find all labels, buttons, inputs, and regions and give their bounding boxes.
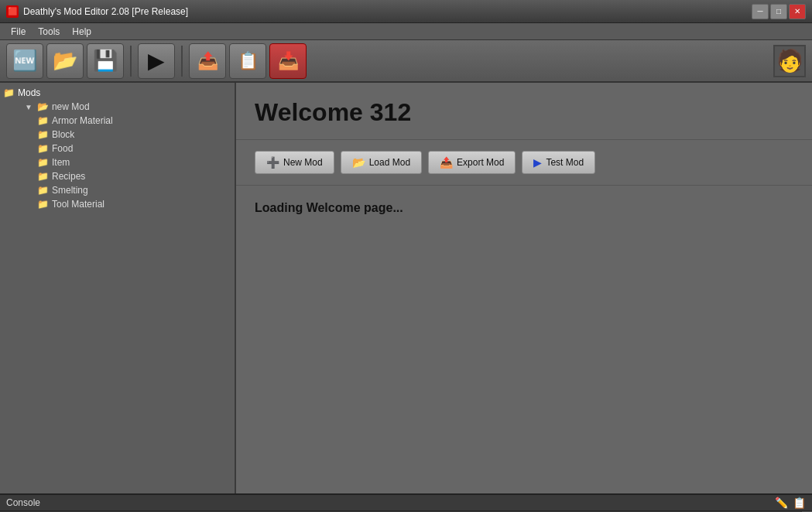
- sidebar-item-food[interactable]: 📁 Food: [22, 142, 235, 155]
- item-label: Item: [52, 157, 70, 168]
- sidebar-item-item[interactable]: 📁 Item: [22, 155, 235, 169]
- console-clear-icon[interactable]: ✏️: [775, 497, 788, 509]
- toolbar-run-button[interactable]: ▶: [138, 43, 175, 79]
- food-label: Food: [52, 143, 73, 154]
- close-button[interactable]: ✕: [789, 4, 806, 19]
- content-area: Welcome 312 ➕ New Mod 📂 Load Mod 📤 Expor…: [236, 83, 812, 493]
- food-folder-icon: 📁: [37, 143, 49, 154]
- new-mod-btn-label: New Mod: [283, 157, 323, 168]
- sidebar-children: 📁 Armor Material 📁 Block 📁 Food 📁 Item 📁: [9, 114, 235, 211]
- smelting-label: Smelting: [52, 185, 88, 196]
- save-icon: 💾: [93, 49, 118, 73]
- toolbar-tasks-button[interactable]: 📋: [229, 43, 266, 79]
- welcome-header: Welcome 312: [236, 83, 812, 140]
- avatar: 🧑: [773, 45, 806, 77]
- run-icon: ▶: [148, 48, 165, 73]
- export-icon: 📤: [197, 51, 218, 71]
- export-mod-btn-icon: 📤: [440, 156, 453, 169]
- menu-file[interactable]: File: [5, 25, 32, 39]
- console-icons: ✏️ 📋: [775, 497, 806, 509]
- loading-text: Loading Welcome page...: [236, 186, 812, 230]
- tool-label: Tool Material: [52, 199, 104, 210]
- new-mod-btn-icon: ➕: [266, 156, 279, 169]
- block-label: Block: [52, 129, 74, 140]
- smelting-folder-icon: 📁: [37, 185, 49, 196]
- sidebar-item-new-mod[interactable]: ▼ 📂 new Mod: [9, 100, 235, 114]
- toolbar-new-button[interactable]: 🆕: [6, 43, 43, 79]
- toolbar-open-button[interactable]: 📂: [46, 43, 84, 79]
- new-icon: 🆕: [12, 49, 37, 73]
- new-mod-folder-icon: 📂: [37, 101, 49, 112]
- menu-tools[interactable]: Tools: [32, 25, 66, 39]
- menu-help[interactable]: Help: [66, 25, 98, 39]
- sidebar-item-smelting[interactable]: 📁 Smelting: [22, 183, 235, 197]
- tool-folder-icon: 📁: [37, 199, 49, 210]
- console-title: Console: [6, 497, 775, 508]
- export-mod-btn-label: Export Mod: [457, 157, 504, 168]
- maximize-button[interactable]: □: [770, 4, 787, 19]
- test-mod-btn-label: Test Mod: [546, 157, 584, 168]
- test-mod-button[interactable]: ▶ Test Mod: [522, 151, 595, 174]
- new-mod-label: new Mod: [52, 101, 90, 112]
- load-mod-btn-label: Load Mod: [369, 157, 410, 168]
- sidebar-item-tool-material[interactable]: 📁 Tool Material: [22, 197, 235, 211]
- load-mod-btn-icon: 📂: [352, 156, 365, 169]
- console-copy-icon[interactable]: 📋: [793, 497, 806, 509]
- open-icon: 📂: [53, 49, 77, 73]
- expand-icon: ▼: [25, 103, 33, 111]
- title-bar: 🟥 Deathly's Mod Editor 2.08 [Pre Release…: [0, 0, 812, 23]
- toolbar: 🆕 📂 💾 ▶ 📤 📋 📥 🧑: [0, 40, 812, 83]
- recipes-label: Recipes: [52, 171, 85, 182]
- action-buttons: ➕ New Mod 📂 Load Mod 📤 Export Mod ▶ Test…: [236, 140, 812, 186]
- recipes-folder-icon: 📁: [37, 171, 49, 182]
- export-mod-button[interactable]: 📤 Export Mod: [428, 151, 516, 174]
- console-area: Console ✏️ 📋 [INFO] Created a new mod [I…: [0, 493, 812, 512]
- mods-folder-icon: 📁: [3, 87, 15, 98]
- sidebar-item-block[interactable]: 📁 Block: [22, 128, 235, 142]
- install-icon: 📥: [278, 51, 299, 71]
- welcome-title: Welcome 312: [255, 98, 793, 127]
- console-header: Console ✏️ 📋: [0, 495, 812, 511]
- sidebar-item-armor-material[interactable]: 📁 Armor Material: [22, 114, 235, 128]
- load-mod-button[interactable]: 📂 Load Mod: [341, 151, 422, 174]
- item-folder-icon: 📁: [37, 157, 49, 168]
- main-area: 📁 Mods ▼ 📂 new Mod 📁 Armor Material 📁 Bl…: [0, 83, 812, 493]
- armor-folder-icon: 📁: [37, 115, 49, 126]
- new-mod-button[interactable]: ➕ New Mod: [255, 151, 334, 174]
- armor-label: Armor Material: [52, 115, 113, 126]
- toolbar-export-button[interactable]: 📤: [189, 43, 226, 79]
- menu-bar: File Tools Help: [0, 23, 812, 40]
- block-folder-icon: 📁: [37, 129, 49, 140]
- sidebar: 📁 Mods ▼ 📂 new Mod 📁 Armor Material 📁 Bl…: [0, 83, 236, 493]
- window-controls: ─ □ ✕: [752, 4, 806, 19]
- toolbar-save-button[interactable]: 💾: [87, 43, 124, 79]
- tasks-icon: 📋: [238, 51, 259, 71]
- test-mod-btn-icon: ▶: [533, 156, 542, 169]
- sidebar-item-recipes[interactable]: 📁 Recipes: [22, 169, 235, 183]
- toolbar-separator: [130, 46, 132, 77]
- sidebar-root-mods[interactable]: 📁 Mods: [0, 86, 235, 100]
- mods-label: Mods: [18, 87, 40, 98]
- minimize-button[interactable]: ─: [752, 4, 769, 19]
- toolbar-separator2: [181, 46, 183, 77]
- title-text: Deathly's Mod Editor 2.08 [Pre Release]: [23, 6, 752, 17]
- app-icon: 🟥: [6, 5, 19, 18]
- toolbar-install-button[interactable]: 📥: [269, 43, 307, 79]
